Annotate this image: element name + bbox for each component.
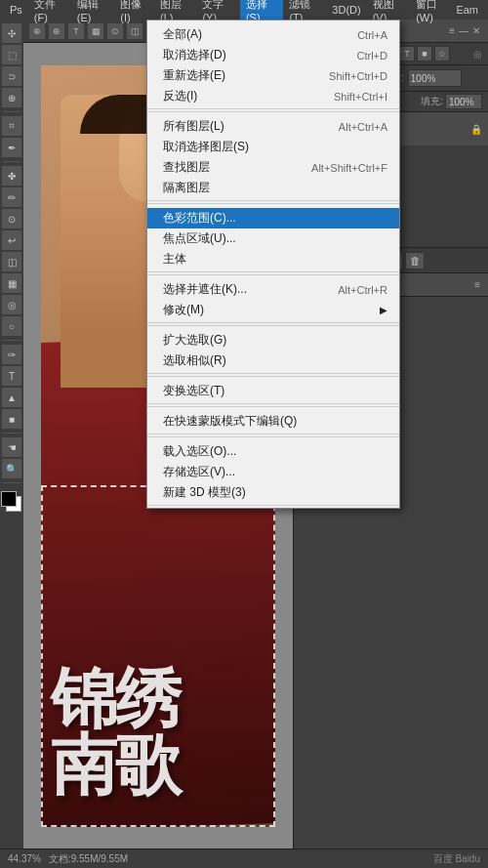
- options-icon-1: ⊕: [29, 23, 45, 39]
- menu-item-inverse[interactable]: 反选(I) Shift+Ctrl+I: [147, 86, 399, 106]
- menu-item-grow[interactable]: 扩大选取(G): [147, 330, 399, 351]
- menu-sep-7: [147, 436, 399, 437]
- fill-label: 填充:: [421, 95, 443, 108]
- options-icon-6: ◫: [127, 23, 142, 39]
- clone-tool[interactable]: ⊙: [2, 209, 21, 228]
- menu-section-6: 变换选区(T): [147, 379, 399, 404]
- healing-tool[interactable]: ✤: [2, 166, 21, 186]
- filter-text-btn[interactable]: T: [399, 46, 415, 62]
- menu-item-select-all[interactable]: 全部(A) Ctrl+A: [147, 24, 399, 45]
- menu-item-save-selection[interactable]: 存储选区(V)...: [147, 462, 399, 482]
- toolbar-sep-3: [3, 340, 20, 341]
- menu-section-7: 在快速蒙版模式下编辑(Q): [147, 409, 399, 434]
- select-dropdown-menu: 全部(A) Ctrl+A 取消选择(D) Ctrl+D 重新选择(E) Shif…: [146, 20, 400, 509]
- panel-header-actions: ≡ — ✕: [449, 25, 480, 36]
- menu-section-3: 色彩范围(C)... 焦点区域(U)... 主体: [147, 206, 399, 272]
- panel-close-btn[interactable]: ✕: [472, 25, 480, 36]
- toolbar-sep-2: [3, 161, 20, 162]
- filter-shape-btn[interactable]: ■: [417, 46, 432, 62]
- options-icon-2: ⊕: [49, 23, 64, 39]
- menu-item-all-layers[interactable]: 所有图层(L) Alt+Ctrl+A: [147, 116, 399, 137]
- fill-value[interactable]: 100%: [445, 94, 482, 109]
- menu-select[interactable]: 选择(S): [240, 0, 284, 20]
- eyedropper-tool[interactable]: ✒: [2, 138, 21, 157]
- shape-tool[interactable]: ■: [2, 409, 21, 429]
- modify-arrow: ▶: [380, 305, 387, 315]
- shortcut-find-layer: Alt+Shift+Ctrl+F: [292, 162, 387, 174]
- menu-item-new-3d[interactable]: 新建 3D 模型(3): [147, 482, 399, 503]
- menu-item-modify[interactable]: 修改(M) ▶: [147, 300, 399, 320]
- history-brush-tool[interactable]: ↩: [2, 230, 21, 250]
- menu-item-select-and-mask[interactable]: 选择并遮住(K)... Alt+Ctrl+R: [147, 279, 399, 300]
- pen-tool[interactable]: ✑: [2, 345, 21, 364]
- opacity-value[interactable]: 100%: [408, 69, 462, 87]
- doc-size: 文档:9.55M/9.55M: [49, 852, 128, 866]
- filter-smart-btn[interactable]: ☆: [434, 46, 450, 62]
- status-bar: 44.37% 文档:9.55M/9.55M 百度 Baidu: [0, 848, 488, 868]
- options-icon-4: ▦: [88, 23, 103, 39]
- shortcut-select-mask: Alt+Ctrl+R: [318, 284, 387, 296]
- filter-toggle[interactable]: ◎: [473, 49, 482, 60]
- menu-3d[interactable]: 3D(D): [326, 0, 366, 20]
- type-tool[interactable]: T: [2, 366, 21, 386]
- gradient-tool[interactable]: ▦: [2, 273, 21, 293]
- left-toolbar: ✣ ⬚ ⊃ ⊕ ⌗ ✒ ✤ ✏ ⊙ ↩ ◫ ▦ ◎ ○ ✑ T ▲ ■ ☚ 🔍: [0, 20, 23, 848]
- menu-item-load-selection[interactable]: 载入选区(O)...: [147, 441, 399, 462]
- menu-sep-3: [147, 274, 399, 275]
- path-selection-tool[interactable]: ▲: [2, 388, 21, 407]
- toolbar-sep-5: [3, 482, 20, 483]
- foreground-color-swatch[interactable]: [1, 491, 17, 507]
- menu-sep-2: [147, 203, 399, 204]
- options-icon-3: T: [68, 23, 84, 39]
- menu-item-find-layer[interactable]: 查找图层 Alt+Shift+Ctrl+F: [147, 157, 399, 178]
- menu-filter[interactable]: 滤镜(T): [283, 0, 326, 20]
- move-tool[interactable]: ✣: [2, 23, 21, 43]
- delete-layer-btn[interactable]: 🗑: [405, 252, 425, 269]
- menu-file[interactable]: 文件(F): [28, 0, 71, 20]
- menu-item-subject[interactable]: 主体: [147, 249, 399, 269]
- menu-sep-5: [147, 376, 399, 377]
- baidu-watermark: 百度 Baidu: [433, 852, 480, 866]
- options-icon-5: ⊙: [107, 23, 123, 39]
- menu-section-5: 扩大选取(G) 选取相似(R): [147, 328, 399, 374]
- menu-item-deselect-layers[interactable]: 取消选择图层(S): [147, 137, 399, 157]
- menu-edit[interactable]: 编辑(E): [71, 0, 115, 20]
- menu-item-reselect[interactable]: 重新选择(E) Shift+Ctrl+D: [147, 65, 399, 86]
- fill-control: 填充: 100%: [421, 94, 482, 109]
- menu-window[interactable]: 窗口(W): [410, 0, 456, 20]
- color-swatches: [1, 491, 22, 518]
- menu-item-isolate-layers[interactable]: 隔离图层: [147, 178, 399, 198]
- blur-tool[interactable]: ◎: [2, 295, 21, 314]
- top-menubar: Ps 文件(F) 编辑(E) 图像(I) 图层(L) 文字(Y) 选择(S) 滤…: [0, 0, 488, 20]
- calligraphy-overlay: 锦绣 南歌: [41, 534, 275, 807]
- menu-layer[interactable]: 图层(L): [154, 0, 196, 20]
- crop-tool[interactable]: ⌗: [2, 116, 21, 136]
- menu-item-focus-area[interactable]: 焦点区域(U)...: [147, 228, 399, 249]
- menu-ps[interactable]: Ps: [4, 0, 28, 20]
- hand-tool[interactable]: ☚: [2, 437, 21, 457]
- menu-item-deselect[interactable]: 取消选择(D) Ctrl+D: [147, 45, 399, 65]
- zoom-tool[interactable]: 🔍: [2, 459, 21, 478]
- menu-section-4: 选择并遮住(K)... Alt+Ctrl+R 修改(M) ▶: [147, 277, 399, 323]
- menu-item-edit-quick-mask[interactable]: 在快速蒙版模式下编辑(Q): [147, 411, 399, 432]
- marquee-tool[interactable]: ⬚: [2, 45, 21, 64]
- menu-item-similar[interactable]: 选取相似(R): [147, 351, 399, 371]
- dodge-tool[interactable]: ○: [2, 316, 21, 336]
- menu-sep-1: [147, 111, 399, 112]
- lasso-tool[interactable]: ⊃: [2, 66, 21, 86]
- eraser-tool[interactable]: ◫: [2, 252, 21, 271]
- brush-tool[interactable]: ✏: [2, 187, 21, 207]
- menu-item-color-range[interactable]: 色彩范围(C)...: [147, 208, 399, 228]
- panel-minimize-btn[interactable]: —: [459, 25, 468, 36]
- magic-wand-tool[interactable]: ⊕: [2, 88, 21, 107]
- menu-image[interactable]: 图像(I): [114, 0, 154, 20]
- menu-item-transform-selection[interactable]: 变换选区(T): [147, 381, 399, 401]
- panel-menu-btn[interactable]: ≡: [449, 25, 455, 36]
- menu-text[interactable]: 文字(Y): [196, 0, 240, 20]
- toolbar-sep-4: [3, 433, 20, 434]
- history-menu-btn[interactable]: ≡: [474, 279, 480, 290]
- history-actions: ≡: [474, 279, 480, 290]
- shortcut-inverse: Shift+Ctrl+I: [314, 91, 387, 103]
- menu-sep-4: [147, 325, 399, 326]
- menu-view[interactable]: 视图(V): [367, 0, 411, 20]
